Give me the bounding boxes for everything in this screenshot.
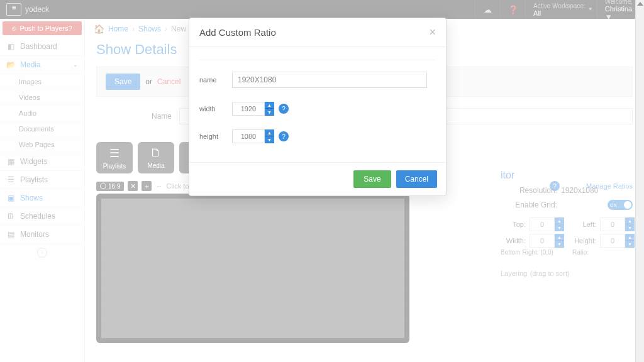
modal-save-button[interactable]: Save xyxy=(353,170,391,188)
scroll-up-icon xyxy=(637,2,643,6)
close-icon[interactable]: × xyxy=(429,26,436,39)
down-arrow-icon[interactable]: ▼ xyxy=(265,136,274,143)
modal-width-label: width xyxy=(199,105,232,112)
modal-title: Add Custom Ratio xyxy=(199,27,429,38)
modal-cancel-button[interactable]: Cancel xyxy=(396,170,437,188)
modal-height-label: height xyxy=(199,133,232,140)
help-icon[interactable]: ? xyxy=(279,131,289,141)
modal-name-input[interactable] xyxy=(232,72,427,88)
modal-width-input[interactable]: ▲▼ xyxy=(232,102,275,116)
page-scrollbar[interactable] xyxy=(635,0,644,362)
help-icon[interactable]: ? xyxy=(279,104,289,114)
modal-name-label: name xyxy=(199,76,232,84)
up-arrow-icon[interactable]: ▲ xyxy=(265,129,274,136)
up-arrow-icon[interactable]: ▲ xyxy=(265,102,274,109)
add-custom-ratio-modal: Add Custom Ratio × name width ▲▼ ? heigh… xyxy=(189,18,447,196)
down-arrow-icon[interactable]: ▼ xyxy=(265,109,274,116)
modal-height-input[interactable]: ▲▼ xyxy=(232,129,275,143)
